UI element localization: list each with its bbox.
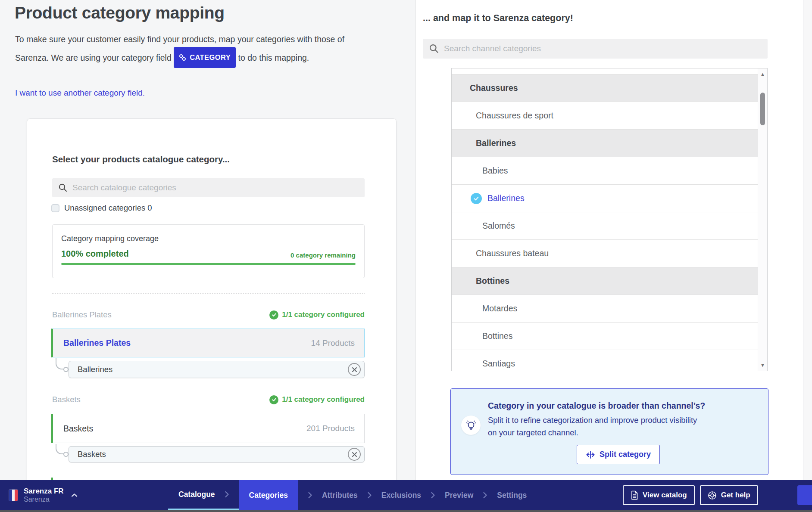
footer-step-categories[interactable]: Categories [239, 480, 298, 510]
channel-category-label: Chaussures bateau [476, 248, 549, 258]
search-icon [58, 183, 68, 192]
group-status-label: 1/1 category configured [282, 395, 365, 404]
document-icon [631, 490, 638, 500]
channel-category-row[interactable]: Ballerines [452, 184, 759, 212]
get-help-label: Get help [721, 491, 750, 500]
mapped-category-chip[interactable]: Ballerines [69, 361, 365, 378]
category-field-badge[interactable]: CATEGORY [174, 47, 236, 68]
footer-step-label: Categories [249, 491, 288, 500]
chevron-up-icon[interactable] [71, 493, 78, 497]
remove-mapping-button[interactable] [348, 363, 361, 376]
workflow-steps: CatalogueCategoriesAttributesExclusionsP… [168, 480, 527, 510]
store-name: Sarenza FR [24, 487, 64, 496]
next-action-button-partial[interactable] [797, 485, 812, 505]
mapped-category-label: Baskets [78, 450, 106, 459]
page-title: Product category mapping [15, 3, 225, 22]
split-icon [586, 450, 595, 459]
channel-category-row[interactable]: Santiags [452, 350, 759, 371]
store-subtitle: Sarenza [24, 496, 64, 503]
store-selector[interactable]: Sarenza FR Sarenza [9, 480, 78, 510]
coverage-card: Category mapping coverage 100% completed… [52, 224, 365, 278]
chevron-right-icon [367, 480, 372, 510]
catalogue-search[interactable] [52, 178, 365, 197]
scroll-up-icon[interactable]: ▲ [758, 71, 767, 77]
group-header: Baskets 1/1 category configured [52, 395, 365, 404]
footer-step-label: Catalogue [178, 490, 215, 499]
channel-category-row[interactable]: Salomés [452, 212, 759, 239]
footer-step-settings[interactable]: Settings [497, 480, 527, 510]
search-icon [429, 43, 439, 54]
channel-category-label: Chaussures [470, 83, 518, 93]
split-button-label: Split category [600, 450, 651, 459]
link-icon [179, 54, 186, 61]
channel-category-label: Ballerines [476, 138, 516, 148]
scroll-down-icon[interactable]: ▼ [758, 363, 767, 368]
catalogue-panel-title: Select your products catalogue category.… [52, 154, 230, 164]
group-name: Ballerines Plates [52, 310, 112, 320]
channel-category-row[interactable]: Bottines [452, 267, 759, 295]
remove-mapping-button[interactable] [348, 448, 361, 461]
get-help-button[interactable]: Get help [700, 485, 758, 505]
group-status: 1/1 category configured [269, 395, 365, 404]
channel-category-label: Motardes [482, 304, 517, 313]
footer-bar: Sarenza FR Sarenza CatalogueCategoriesAt… [0, 480, 812, 510]
channel-category-list: ChaussuresChaussures de sportBallerinesB… [451, 68, 768, 371]
channel-panel-title: ... and map it to Sarenza category! [423, 13, 573, 24]
channel-category-row[interactable]: Chaussures de sport [452, 102, 759, 129]
group-name: Baskets [52, 395, 81, 404]
chevron-right-icon [225, 491, 229, 498]
channel-category-row[interactable]: Bottines [452, 322, 759, 350]
catalogue-category-row[interactable]: Ballerines Plates 14 Products [51, 329, 365, 357]
channel-category-row[interactable]: Chaussures bateau [452, 239, 759, 267]
unassigned-label: Unassigned categories 0 [64, 203, 152, 213]
coverage-completed: 100% completed [61, 249, 129, 259]
footer-step-label: Attributes [322, 491, 358, 500]
channel-search[interactable] [423, 39, 768, 59]
unassigned-filter: Unassigned categories 0 [51, 203, 152, 213]
dashed-separator [52, 293, 365, 294]
channel-category-label: Babies [482, 166, 508, 176]
catalogue-category-products: 14 Products [311, 338, 355, 348]
footer-step-attributes[interactable]: Attributes [322, 480, 358, 510]
split-category-button[interactable]: Split category [577, 445, 660, 464]
view-catalog-button[interactable]: View catalog [623, 485, 695, 505]
footer-step-exclusions[interactable]: Exclusions [381, 480, 421, 510]
channel-category-label: Bottines [482, 331, 512, 341]
check-circle-icon [269, 310, 278, 320]
france-flag-icon [9, 489, 18, 501]
footer-actions: View catalog Get help [623, 485, 758, 505]
channel-category-row[interactable]: Motardes [452, 295, 759, 322]
mapped-category-chip[interactable]: Baskets [69, 446, 365, 462]
tip-body: Split it to refine categorization and im… [488, 414, 701, 439]
chevron-right-icon [431, 480, 435, 510]
catalogue-search-input[interactable] [72, 183, 359, 192]
window-bottom-edge [0, 510, 812, 512]
scrollbar-thumb[interactable] [760, 93, 765, 125]
check-circle-icon [269, 395, 278, 404]
split-category-tip: Category in your catalogue is broader th… [450, 388, 768, 475]
group-header: Ballerines Plates 1/1 category configure… [52, 310, 365, 320]
channel-search-input[interactable] [444, 44, 762, 53]
use-another-field-link[interactable]: I want to use another category field. [15, 88, 145, 98]
view-catalog-label: View catalog [643, 491, 687, 500]
channel-category-row[interactable]: Ballerines [452, 129, 759, 157]
catalogue-category-name: Baskets [63, 424, 93, 434]
footer-step-catalogue[interactable]: Catalogue [168, 480, 239, 510]
channel-category-label: Salomés [482, 221, 515, 231]
footer-step-preview[interactable]: Preview [445, 480, 473, 510]
intro-after: to do this mapping. [238, 53, 309, 62]
channel-category-label: Ballerines [487, 193, 525, 203]
page-scrollbar[interactable] [803, 0, 812, 480]
selected-check-icon [471, 193, 482, 204]
list-scrollbar[interactable]: ▲ ▼ [758, 68, 767, 371]
group-status: 1/1 category configured [269, 310, 365, 320]
unassigned-checkbox[interactable] [51, 204, 59, 212]
channel-category-row[interactable]: Babies [452, 157, 759, 184]
coverage-progressbar [61, 263, 356, 265]
channel-category-label: Santiags [482, 359, 515, 369]
channel-category-row[interactable]: Chaussures [452, 74, 759, 102]
mapping-connector-dot [63, 452, 69, 457]
mapped-category-label: Ballerines [78, 365, 112, 374]
catalogue-category-row[interactable]: Baskets 201 Products [51, 414, 365, 443]
footer-step-label: Settings [497, 491, 527, 500]
